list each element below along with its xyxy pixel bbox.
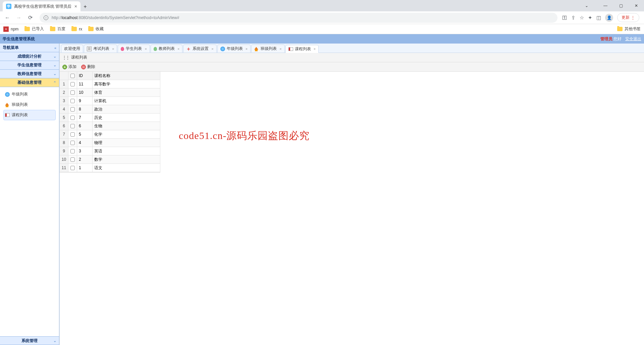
checkbox-all[interactable] (70, 74, 75, 78)
table-row[interactable]: 102数学 (60, 155, 160, 164)
tab-exam[interactable]: 考试列表× (84, 45, 117, 53)
tab-close-icon[interactable]: × (314, 47, 316, 51)
sidebar-item-student[interactable]: 学生信息管理⌄ (0, 61, 59, 70)
table-row[interactable]: 84物理 (60, 139, 160, 147)
new-tab-button[interactable]: + (80, 2, 90, 11)
col-id-header[interactable]: ID (77, 72, 93, 80)
update-button[interactable]: 更新 ⋮ (617, 13, 639, 22)
sidebar-item-teacher[interactable]: 教师信息管理⌄ (0, 70, 59, 78)
house-icon (254, 47, 258, 50)
forward-button[interactable]: → (14, 13, 23, 22)
subitem-class[interactable]: 班级列表 (3, 99, 56, 110)
row-checkbox[interactable] (70, 99, 75, 103)
col-name-header[interactable]: 课程名称 (93, 72, 160, 80)
share-icon[interactable]: ⇪ (571, 15, 576, 21)
row-checkbox-cell (68, 97, 77, 105)
collapse-sidebar-icon[interactable]: « (54, 46, 56, 50)
row-number: 8 (60, 139, 68, 147)
minimize-button[interactable]: — (598, 0, 613, 11)
subitem-grade[interactable]: 年级列表 (3, 89, 56, 99)
bookmark-label: 收藏 (96, 26, 104, 32)
table-row[interactable]: 210体育 (60, 88, 160, 97)
profile-avatar[interactable]: 👤 (605, 14, 613, 22)
bookmark-label: 其他书签 (625, 26, 641, 32)
cell-id: 9 (77, 97, 93, 105)
table-row[interactable]: 39计算机 (60, 97, 160, 105)
tab-class[interactable]: 班级列表× (251, 45, 284, 53)
row-checkbox[interactable] (70, 132, 75, 137)
row-checkbox[interactable] (70, 149, 75, 153)
grip-icon: ⋮⋮ (62, 55, 69, 60)
bookmark-baidu[interactable]: 百度 (50, 26, 65, 32)
tab-label: 课程列表 (295, 46, 311, 52)
site-info-icon[interactable]: i (44, 15, 48, 20)
row-checkbox-cell (68, 155, 77, 163)
row-number: 11 (60, 164, 68, 172)
tabs-menu-icon[interactable]: ⌄ (579, 0, 594, 11)
table-row[interactable]: 93英语 (60, 147, 160, 155)
reload-button[interactable]: ⟳ (25, 13, 35, 22)
tab-label: 系统设置 (193, 46, 209, 52)
tab-close-icon[interactable]: × (279, 47, 281, 51)
row-number: 6 (60, 122, 68, 130)
back-button[interactable]: ← (3, 13, 12, 22)
tab-student[interactable]: 学生列表× (118, 45, 150, 53)
sidebar-item-system[interactable]: 系统管理⌄ (0, 336, 59, 345)
tab-label: 学生列表 (126, 46, 142, 52)
password-icon[interactable]: ⚿ (562, 15, 567, 20)
tab-course[interactable]: 课程列表× (285, 45, 319, 53)
tab-close-icon[interactable]: × (177, 47, 179, 51)
table-row[interactable]: 75化学 (60, 130, 160, 139)
add-button[interactable]: +添加 (62, 64, 76, 70)
bookmark-npm[interactable]: nnpm (3, 26, 18, 32)
row-checkbox[interactable] (70, 141, 75, 145)
row-checkbox[interactable] (70, 116, 75, 120)
extensions-icon[interactable]: ✦ (588, 15, 592, 21)
plus-icon: + (62, 65, 67, 69)
bookmark-imported[interactable]: 已导入 (24, 26, 44, 32)
bookmark-rx[interactable]: rx (71, 27, 82, 31)
bookmark-other[interactable]: 其他书签 (617, 26, 641, 32)
url-text: http://localhost:8080/studentinfo/System… (52, 15, 179, 20)
logout-link[interactable]: 安全退出 (625, 37, 641, 41)
bookmark-star-icon[interactable]: ☆ (580, 15, 584, 21)
bookmark-label: npm (11, 27, 18, 31)
nav-title: 导航菜单 « (0, 44, 59, 52)
subitem-label: 课程列表 (12, 112, 28, 118)
close-window-button[interactable]: ✕ (629, 0, 644, 11)
tab-close-icon[interactable]: × (145, 47, 147, 51)
sidebar-item-score[interactable]: 成绩统计分析⌄ (0, 52, 59, 61)
sidebar-item-basic[interactable]: 基础信息管理⌄ (0, 78, 59, 87)
table-row[interactable]: 111语文 (60, 164, 160, 172)
row-checkbox-cell (68, 139, 77, 147)
delete-button[interactable]: −删除 (81, 64, 95, 70)
table-row[interactable]: 57历史 (60, 114, 160, 122)
greeting: 您好 (613, 37, 622, 41)
row-checkbox[interactable] (70, 82, 75, 86)
maximize-button[interactable]: ▢ (613, 0, 629, 11)
row-checkbox-cell (68, 80, 77, 88)
address-bar[interactable]: i http://localhost:8080/studentinfo/Syst… (40, 13, 557, 23)
table-row[interactable]: 48政治 (60, 105, 160, 114)
tab-system[interactable]: 系统设置× (183, 45, 216, 53)
row-checkbox[interactable] (70, 107, 75, 112)
row-checkbox[interactable] (70, 166, 75, 170)
tab-grade[interactable]: 年级列表× (217, 45, 251, 53)
subitem-course[interactable]: 课程列表 (3, 110, 56, 120)
row-number: 4 (60, 105, 68, 113)
browser-tab[interactable]: 学 高校学生信息管理系统 管理员后 × (3, 1, 80, 11)
bookmark-fav[interactable]: 收藏 (88, 26, 104, 32)
cell-name: 历史 (93, 114, 160, 122)
row-checkbox[interactable] (70, 124, 75, 128)
row-checkbox[interactable] (70, 157, 75, 162)
tab-close-icon[interactable]: × (246, 47, 248, 51)
table-row[interactable]: 66生物 (60, 122, 160, 130)
tab-close-icon[interactable]: × (74, 4, 77, 9)
tab-welcome[interactable]: 欢迎使用 (61, 45, 83, 53)
sidepanel-icon[interactable]: ◫ (596, 15, 601, 21)
row-checkbox[interactable] (70, 90, 75, 95)
table-row[interactable]: 111高等数学 (60, 80, 160, 88)
tab-close-icon[interactable]: × (211, 47, 213, 51)
tab-teacher[interactable]: 教师列表× (151, 45, 182, 53)
tab-close-icon[interactable]: × (112, 47, 114, 51)
